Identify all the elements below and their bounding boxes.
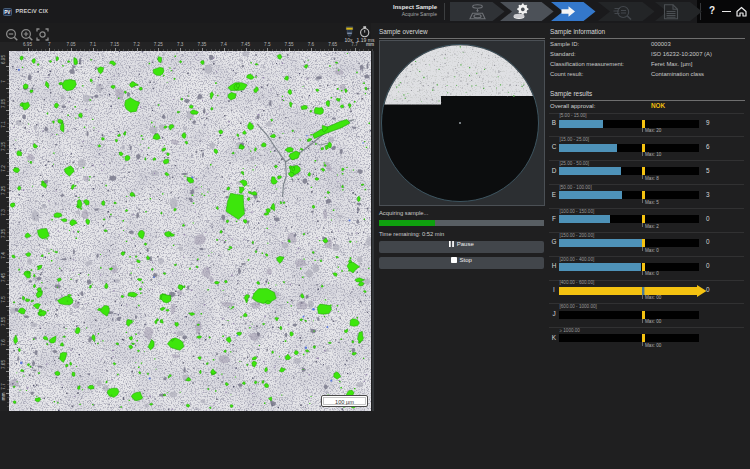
svg-text:100 µm: 100 µm <box>335 399 354 405</box>
